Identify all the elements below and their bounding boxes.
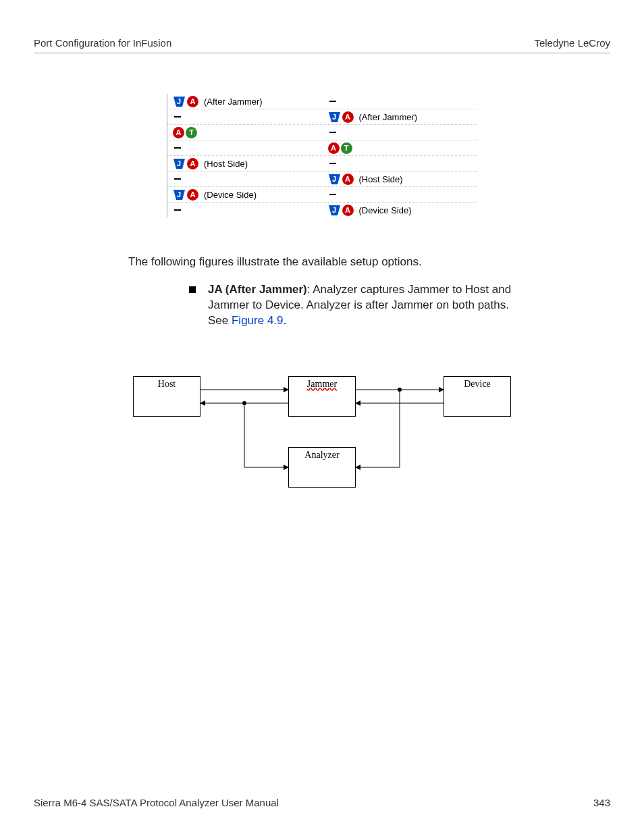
jammer-icon: J	[328, 111, 341, 123]
jammer-icon: J	[173, 158, 186, 170]
dash-icon	[174, 116, 181, 118]
options-table: J A (After Jammer) J A (After Jammer)	[167, 94, 477, 217]
analyzer-a-icon: A	[342, 174, 354, 185]
table-row: A T	[167, 125, 477, 140]
analyzer-a-icon: A	[328, 142, 340, 154]
figure-link[interactable]: Figure 4.9	[232, 314, 284, 327]
running-header: Port Configuration for InFusion Teledyne…	[34, 37, 610, 53]
intro-paragraph: The following figures illustrate the ava…	[128, 255, 516, 270]
svg-text:J: J	[331, 113, 336, 121]
analyzer-a-icon: A	[187, 158, 198, 170]
dash-icon	[174, 209, 181, 211]
jammer-icon: J	[173, 189, 186, 201]
table-row: J A (Device Side)	[167, 187, 477, 203]
jammer-icon: J	[173, 96, 186, 107]
bullet-lead: JA (After Jammer)	[208, 283, 307, 296]
bullet-icon	[189, 286, 196, 293]
page-footer: Sierra M6-4 SAS/SATA Protocol Analyzer U…	[34, 797, 610, 808]
footer-page: 343	[593, 797, 610, 808]
svg-text:J: J	[177, 190, 181, 199]
analyzer-a-icon: A	[187, 96, 198, 107]
svg-text:J: J	[331, 175, 336, 183]
trainer-t-icon: T	[341, 142, 352, 154]
bullet-tail: .	[284, 314, 287, 327]
trainer-t-icon: T	[186, 127, 197, 138]
dash-icon	[174, 178, 181, 180]
analyzer-a-icon: A	[342, 205, 354, 216]
option-label: (After Jammer)	[359, 112, 418, 122]
table-row: J A (After Jammer)	[167, 109, 477, 125]
option-label: (Host Side)	[204, 159, 248, 169]
option-label: (Host Side)	[359, 174, 403, 184]
option-label: (After Jammer)	[204, 97, 263, 107]
dash-icon	[329, 163, 336, 164]
header-right: Teledyne LeCroy	[534, 37, 610, 49]
jammer-icon: J	[328, 174, 341, 185]
svg-text:J: J	[331, 206, 336, 214]
jammer-icon: J	[328, 205, 341, 216]
option-label: (Device Side)	[204, 190, 257, 200]
analyzer-a-icon: A	[187, 189, 198, 201]
table-row: J A (Device Side)	[167, 203, 477, 217]
header-left: Port Configuration for InFusion	[34, 37, 171, 49]
bullet-item: JA (After Jammer): Analyzer captures Jam…	[189, 282, 516, 329]
svg-text:J: J	[177, 97, 181, 105]
svg-text:J: J	[177, 159, 181, 167]
diagram-host-box: Host	[133, 376, 200, 417]
diagram-analyzer-box: Analyzer	[288, 447, 356, 488]
analyzer-a-icon: A	[342, 111, 354, 123]
dash-icon	[174, 147, 181, 149]
block-diagram: Host Jammer Device Analyzer	[133, 376, 511, 511]
footer-title: Sierra M6-4 SAS/SATA Protocol Analyzer U…	[34, 797, 279, 808]
diagram-device-box: Device	[444, 376, 511, 417]
table-row: J A (After Jammer)	[167, 94, 477, 109]
dash-icon	[329, 132, 336, 133]
table-row: J A (Host Side)	[167, 172, 477, 187]
dash-icon	[329, 194, 336, 195]
option-label: (Device Side)	[359, 205, 412, 215]
table-row: A T	[167, 140, 477, 156]
analyzer-a-icon: A	[173, 127, 184, 138]
table-row: J A (Host Side)	[167, 156, 477, 172]
diagram-jammer-box: Jammer	[288, 376, 356, 417]
dash-icon	[329, 101, 336, 102]
